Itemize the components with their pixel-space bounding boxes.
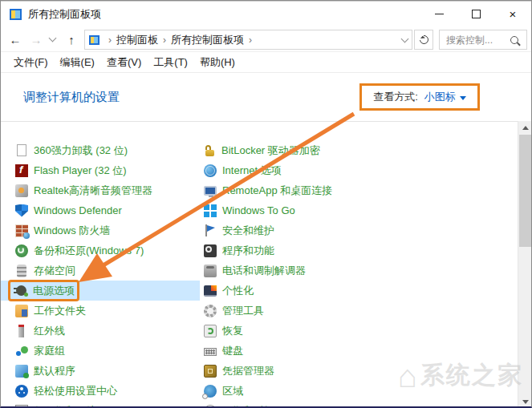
back-button[interactable]: ← [6,26,25,52]
menubar-item[interactable]: 帮助(H) [200,55,235,70]
minimize-icon [435,14,444,14]
window-title: 所有控制面板项 [28,7,101,22]
breadcrumb-item-control-panel[interactable]: 控制面板 [116,33,158,47]
chevron-down-icon [48,34,56,42]
item-label: 凭据管理器 [222,364,274,378]
item-label: Windows To Go [222,204,295,216]
breadcrumb-item-all-items[interactable]: 所有控制面板项 [171,33,244,47]
phone-modem-icon [204,265,217,277]
item-label: 工作文件夹 [34,304,86,318]
control-panel-item[interactable]: 默认程序 [1,361,200,381]
windows-to-go-icon [204,204,217,217]
minimize-button[interactable] [420,2,457,27]
control-panel-item[interactable]: 日期和时间 [200,401,519,408]
control-panel-item[interactable]: 凭据管理器 [200,361,519,381]
item-label: 备份和还原(Windows 7) [34,244,144,258]
personalization-icon [204,285,217,297]
breadcrumb-chevron-icon[interactable]: › [249,34,252,46]
item-label: Flash Player (32 位) [34,164,127,178]
chevron-down-icon [400,34,408,42]
control-panel-item[interactable]: 电源选项 [1,281,200,301]
scrollbar-thumb[interactable] [519,135,531,247]
control-panel-item[interactable]: 个性化 [200,281,519,301]
control-panel-item[interactable]: RemoteApp 和桌面连接 [200,180,519,200]
search-icon [510,36,518,44]
control-panel-item[interactable]: 工作文件夹 [1,301,200,321]
breadcrumb-chevron-icon: › [108,34,112,46]
control-panel-item[interactable]: 管理工具 [200,301,519,321]
page-title: 调整计算机的设置 [23,90,120,105]
refresh-button[interactable] [414,30,433,50]
item-label: 家庭组 [34,344,65,358]
control-panel-item[interactable]: 程序和功能 [200,240,519,261]
control-panel-item[interactable]: Flash Player (32 位) [1,160,200,180]
control-panel-item[interactable]: 安全和维护 [200,220,519,240]
programs-disc-icon [204,244,217,257]
menubar-item[interactable]: 文件(F) [14,55,48,70]
control-panel-item[interactable]: Windows 防火墙 [1,220,200,240]
control-panel-item[interactable]: Windows To Go [200,200,519,220]
titlebar: 所有控制面板项 × [1,1,531,26]
remoteapp-icon [204,186,217,196]
keyboard-icon [204,348,217,356]
maximize-button[interactable] [457,2,494,27]
address-bar[interactable]: › 控制面板 › 所有控制面板项 › [84,30,412,50]
bitlocker-lock-icon [205,150,214,156]
item-label: 存储空间 [34,264,75,278]
menubar-item[interactable]: 工具(T) [153,55,188,70]
control-panel-item[interactable]: 轻松使用设置中心 [1,381,200,401]
triangle-down-icon [522,400,529,404]
item-label: Windows Defender [34,204,122,216]
control-panel-item[interactable]: 键盘 [200,341,519,361]
breadcrumb-chevron-icon[interactable]: › [163,34,166,46]
page-header: 调整计算机的设置 查看方式: 小图标 [1,74,531,121]
control-panel-item[interactable]: 红外线 [1,321,200,341]
control-panel-item[interactable]: 存储空间 [1,261,200,281]
control-panel-item[interactable]: 恢复 [200,321,519,341]
up-button[interactable]: ↑ [62,26,81,52]
address-dropdown-button[interactable] [397,30,412,49]
backup-restore-icon [15,244,28,257]
speaker-icon [15,184,28,197]
view-mode-dropdown[interactable]: 小图标 [424,90,466,104]
control-panel-item[interactable]: 备份和还原(Windows 7) [1,240,200,261]
ease-of-access-icon [15,385,28,398]
region-globe-icon [204,385,217,398]
datetime-clock-icon [204,405,217,408]
close-button[interactable]: × [494,2,531,27]
control-panel-item[interactable]: Windows Defender [1,200,200,220]
refresh-icon [417,34,429,46]
control-panel-item[interactable]: 家庭组 [1,341,200,361]
item-label: 键盘 [222,344,243,358]
search-input[interactable] [440,34,509,46]
menubar-item[interactable]: 查看(V) [107,55,141,70]
control-panel-item[interactable]: 360强力卸载 (32 位) [1,140,200,160]
chevron-down-icon [460,96,466,100]
item-label: RemoteApp 和桌面连接 [222,184,332,198]
item-label: Internet 选项 [222,164,282,178]
view-mode-label: 查看方式: [373,90,418,104]
control-panel-item[interactable]: Realtek高清晰音频管理器 [1,180,200,200]
triangle-up-icon [522,126,529,130]
vertical-scrollbar[interactable] [518,121,531,408]
scroll-up-button[interactable] [518,121,532,135]
control-panel-item[interactable]: 区域 [200,381,519,401]
infrared-icon [18,325,24,337]
control-panel-item[interactable]: Internet 选项 [200,160,519,180]
menubar-item[interactable]: 编辑(E) [60,55,95,70]
scroll-down-button[interactable] [518,395,532,408]
storage-disks-icon [17,265,26,277]
control-panel-item[interactable]: BitLocker 驱动器加密 [200,140,519,160]
control-panel-item[interactable]: 任务栏和导航 [1,401,200,408]
item-label: 安全和维护 [222,224,274,238]
item-label: 恢复 [222,324,243,338]
homegroup-icon [15,345,28,358]
item-label: Windows 防火墙 [34,224,110,238]
control-panel-item[interactable]: 电话和调制解调器 [200,261,519,281]
control-panel-icon [89,35,99,45]
item-label: 电源选项 [33,284,75,298]
credential-manager-icon [204,365,217,378]
view-mode-value: 小图标 [424,90,456,104]
forward-button[interactable]: → [26,26,46,52]
recent-pages-dropdown[interactable] [46,26,59,52]
